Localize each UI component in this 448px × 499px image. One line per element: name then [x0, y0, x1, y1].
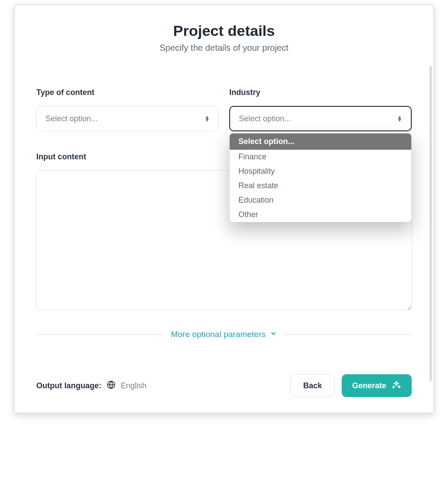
dropdown-option-education[interactable]: Education: [230, 193, 411, 207]
generate-button[interactable]: Generate: [342, 374, 412, 397]
more-optional-parameters-toggle[interactable]: More optional parameters: [171, 330, 277, 339]
label-content-type: Type of content: [36, 88, 219, 97]
back-button[interactable]: Back: [290, 374, 335, 397]
field-industry: Industry Select option... ▲▼ Select opti…: [229, 88, 412, 131]
form-row-selects: Type of content Select option... ▲▼ Indu…: [36, 88, 412, 131]
dropdown-industry: Select option... Finance Hospitality Rea…: [229, 133, 412, 222]
field-content-type: Type of content Select option... ▲▼: [36, 88, 219, 131]
more-params-label: More optional parameters: [171, 330, 266, 339]
select-content-type[interactable]: Select option... ▲▼: [36, 106, 219, 131]
chevron-updown-icon: ▲▼: [205, 116, 210, 122]
divider-line: [285, 334, 412, 335]
dropdown-option-hospitality[interactable]: Hospitality: [230, 164, 411, 179]
dropdown-option-real-estate[interactable]: Real estate: [230, 179, 411, 193]
output-language-value[interactable]: English: [121, 381, 147, 390]
footer-buttons: Back Generate: [290, 374, 412, 397]
more-params-row: More optional parameters: [36, 330, 412, 339]
divider-line: [36, 334, 163, 335]
page-subtitle: Specify the details of your project: [36, 43, 412, 53]
scrollbar[interactable]: [430, 66, 432, 381]
generate-button-label: Generate: [352, 381, 386, 390]
dropdown-option-placeholder[interactable]: Select option...: [230, 134, 411, 150]
select-content-type-value: Select option...: [46, 114, 98, 123]
dropdown-option-finance[interactable]: Finance: [230, 150, 411, 164]
output-language-label: Output language:: [36, 381, 102, 390]
select-industry[interactable]: Select option... ▲▼: [229, 106, 412, 131]
select-industry-value: Select option...: [239, 114, 291, 123]
chevron-updown-icon: ▲▼: [397, 116, 402, 122]
output-language: Output language: English: [36, 380, 147, 391]
panel-header: Project details Specify the details of y…: [36, 22, 412, 53]
label-industry: Industry: [229, 88, 412, 97]
project-details-panel: Project details Specify the details of y…: [14, 4, 434, 413]
page-title: Project details: [36, 22, 412, 39]
dropdown-option-other[interactable]: Other: [230, 207, 411, 222]
panel-footer: Output language: English Back Generate: [36, 374, 412, 397]
sparkle-icon: [392, 380, 401, 392]
chevron-down-icon: [270, 330, 277, 339]
globe-icon: [107, 380, 116, 391]
